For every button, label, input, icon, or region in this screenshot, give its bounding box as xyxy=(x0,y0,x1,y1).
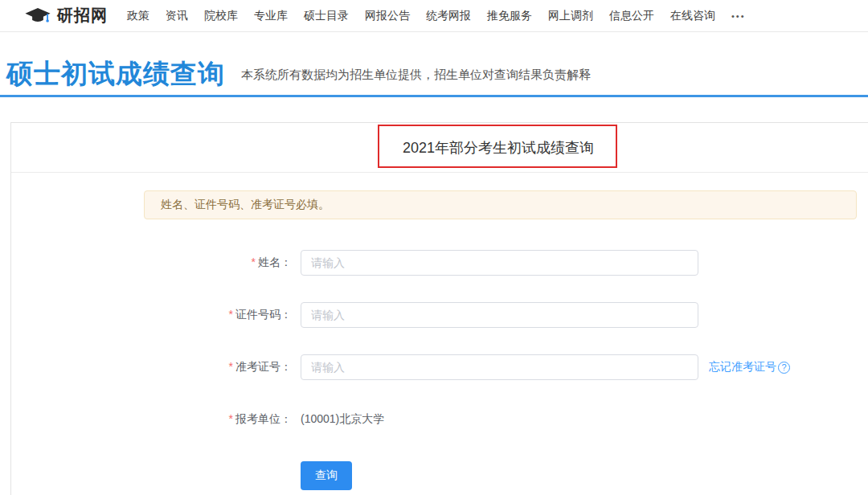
form-row-institution: *报考单位： (10001)北京大学 xyxy=(11,407,868,432)
form-row-id-number: *证件号码： xyxy=(11,302,868,328)
forgot-ticket-link-text: 忘记准考证号 xyxy=(709,360,776,374)
nav-item-policy[interactable]: 政策 xyxy=(127,9,149,23)
ticket-number-input[interactable] xyxy=(301,354,698,380)
required-asterisk: * xyxy=(229,308,233,321)
form-row-ticket-number: *准考证号： 忘记准考证号 ? xyxy=(11,354,868,380)
name-input[interactable] xyxy=(301,250,698,276)
card-header: 2021年部分考生初试成绩查询 xyxy=(11,123,868,173)
nav-item-info-disclosure[interactable]: 信息公开 xyxy=(609,9,654,23)
nav-more-ellipsis-icon[interactable]: ••• xyxy=(731,11,746,21)
blue-divider xyxy=(0,95,868,97)
card-title: 2021年部分考生初试成绩查询 xyxy=(403,138,594,158)
required-asterisk: * xyxy=(229,360,233,373)
forgot-ticket-link[interactable]: 忘记准考证号 ? xyxy=(709,360,790,374)
page-subtitle: 本系统所有数据均为招生单位提供，招生单位对查询结果负责解释 xyxy=(241,68,591,87)
top-nav: 研招网 政策 资讯 院校库 专业库 硕士目录 网报公告 统考网报 推免服务 网上… xyxy=(0,0,868,32)
name-label: *姓名： xyxy=(11,256,292,270)
nav-item-news[interactable]: 资讯 xyxy=(166,9,188,23)
page-header: 硕士初试成绩查询 本系统所有数据均为招生单位提供，招生单位对查询结果负责解释 xyxy=(0,32,868,95)
nav-item-master-catalog[interactable]: 硕士目录 xyxy=(304,9,349,23)
id-number-control xyxy=(301,302,698,328)
id-number-label-text: 证件号码： xyxy=(235,308,292,321)
nav-item-major-library[interactable]: 专业库 xyxy=(254,9,288,23)
institution-value: (10001)北京大学 xyxy=(301,412,384,427)
site-logo[interactable]: 研招网 xyxy=(24,5,108,27)
question-mark-icon: ? xyxy=(778,362,790,374)
graduation-cap-icon xyxy=(24,7,51,25)
required-fields-notice: 姓名、证件号码、准考证号必填。 xyxy=(144,190,857,219)
nav-links: 政策 资讯 院校库 专业库 硕士目录 网报公告 统考网报 推免服务 网上调剂 信… xyxy=(127,9,746,23)
nav-item-exempt-service[interactable]: 推免服务 xyxy=(487,9,532,23)
nav-item-unified-exam-report[interactable]: 统考网报 xyxy=(426,9,471,23)
ticket-number-label: *准考证号： xyxy=(11,360,292,374)
query-submit-button[interactable]: 查询 xyxy=(301,461,352,490)
required-asterisk: * xyxy=(229,412,233,425)
form-row-name: *姓名： xyxy=(11,250,868,276)
nav-item-online-adjustment[interactable]: 网上调剂 xyxy=(548,9,593,23)
page: 研招网 政策 资讯 院校库 专业库 硕士目录 网报公告 统考网报 推免服务 网上… xyxy=(0,0,868,495)
nav-item-online-report-notice[interactable]: 网报公告 xyxy=(365,9,410,23)
nav-item-online-consult[interactable]: 在线咨询 xyxy=(670,9,715,23)
page-title: 硕士初试成绩查询 xyxy=(6,60,225,87)
name-control xyxy=(301,250,698,276)
logo-text: 研招网 xyxy=(57,5,108,27)
id-number-label: *证件号码： xyxy=(11,308,292,322)
nav-item-school-library[interactable]: 院校库 xyxy=(204,9,238,23)
institution-label: *报考单位： xyxy=(11,412,292,427)
notice-text: 姓名、证件号码、准考证号必填。 xyxy=(161,198,330,212)
id-number-input[interactable] xyxy=(301,302,698,328)
score-query-card: 2021年部分考生初试成绩查询 姓名、证件号码、准考证号必填。 *姓名： *证件… xyxy=(10,122,868,495)
institution-control: (10001)北京大学 xyxy=(301,412,384,427)
ticket-number-control: 忘记准考证号 ? xyxy=(301,354,790,380)
name-label-text: 姓名： xyxy=(258,256,292,268)
institution-label-text: 报考单位： xyxy=(235,412,292,425)
ticket-number-label-text: 准考证号： xyxy=(235,360,292,373)
required-asterisk: * xyxy=(252,256,256,268)
